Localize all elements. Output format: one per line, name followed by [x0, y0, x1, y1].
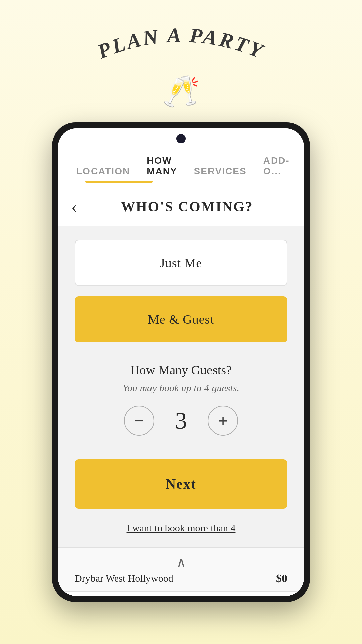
me-and-guest-button[interactable]: Me & Guest [75, 296, 287, 342]
guest-counter-section: How Many Guests? You may book up to 4 gu… [75, 353, 287, 446]
guest-counter-title: How Many Guests? [130, 363, 232, 377]
location-name: Drybar West Hollywood [75, 573, 173, 584]
arc-title-wrapper: PLAN A PARTY [64, 27, 298, 70]
svg-text:PLAN A PARTY: PLAN A PARTY [94, 27, 268, 63]
just-me-button[interactable]: Just Me [75, 240, 287, 286]
counter-row: − 3 + [124, 406, 238, 436]
counter-value: 3 [171, 407, 191, 435]
price-display: $0 [276, 572, 287, 585]
drawer-info: Drybar West Hollywood $0 [75, 572, 287, 585]
tab-services[interactable]: SERVICES [186, 159, 255, 181]
status-bar [58, 128, 304, 149]
camera-dot [176, 134, 186, 143]
tab-how-many[interactable]: HOW MANY [138, 149, 185, 181]
page-title: WHO'S COMING? [84, 199, 291, 215]
back-button[interactable]: ‹ [71, 197, 77, 216]
next-button[interactable]: Next [75, 459, 287, 509]
book-more-than-4-link[interactable]: I want to book more than 4 [75, 522, 287, 534]
tab-underline-container [58, 181, 304, 183]
decrement-button[interactable]: − [124, 406, 154, 436]
guest-counter-subtitle: You may book up to 4 guests. [123, 382, 239, 394]
tab-add-ons[interactable]: ADD-O... [255, 149, 298, 181]
phone-frame: LOCATION HOW MANY SERVICES ADD-O... ‹ WH… [52, 122, 310, 602]
drawer-chevron-icon: ∧ [176, 554, 186, 570]
phone-inner: LOCATION HOW MANY SERVICES ADD-O... ‹ WH… [58, 128, 304, 596]
increment-button[interactable]: + [208, 406, 238, 436]
top-section: PLAN A PARTY 🥂 [64, 0, 298, 122]
champagne-icon: 🥂 [162, 74, 200, 109]
tab-navigation: LOCATION HOW MANY SERVICES ADD-O... [58, 149, 304, 181]
tab-underline-indicator [85, 181, 153, 183]
bottom-navigation: ⌂ Home 📋 Book 📅 My Appts 👤 Account [58, 591, 304, 596]
main-content: ‹ WHO'S COMING? Just Me Me & Guest How M… [58, 183, 304, 596]
content-area: Just Me Me & Guest How Many Guests? You … [58, 226, 304, 547]
page-header: ‹ WHO'S COMING? [58, 183, 304, 226]
tab-location[interactable]: LOCATION [68, 159, 138, 181]
bottom-drawer[interactable]: ∧ Drybar West Hollywood $0 [58, 547, 304, 591]
